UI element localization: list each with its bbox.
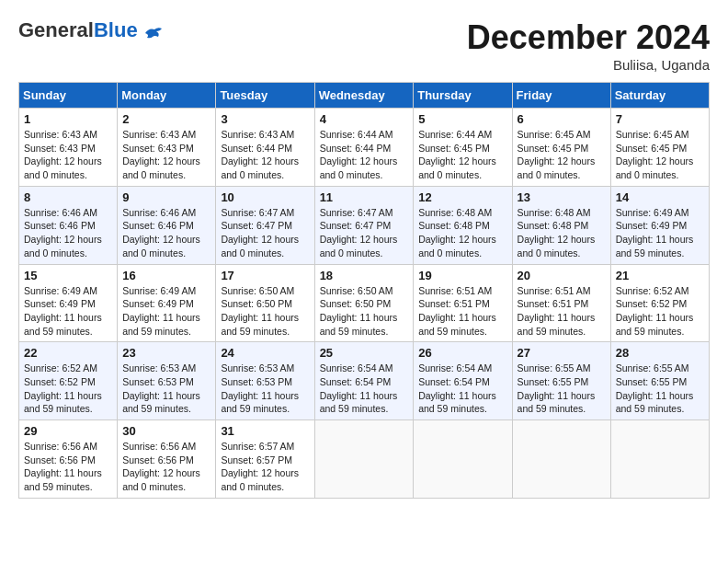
calendar-cell: 12Sunrise: 6:48 AMSunset: 6:48 PMDayligh… [414, 186, 512, 264]
day-number: 27 [518, 346, 606, 360]
day-number: 16 [122, 269, 210, 282]
day-number: 12 [418, 190, 506, 204]
day-info: Sunrise: 6:55 AMSunset: 6:55 PMDaylight:… [616, 362, 704, 416]
day-info: Sunrise: 6:44 AMSunset: 6:45 PMDaylight:… [418, 128, 506, 182]
day-number: 20 [518, 269, 606, 282]
day-number: 17 [221, 269, 309, 282]
day-number: 18 [320, 269, 409, 282]
day-info: Sunrise: 6:53 AMSunset: 6:53 PMDaylight:… [221, 362, 309, 416]
day-info: Sunrise: 6:49 AMSunset: 6:49 PMDaylight:… [122, 284, 210, 339]
day-number: 8 [24, 190, 112, 204]
day-info: Sunrise: 6:54 AMSunset: 6:54 PMDaylight:… [320, 362, 409, 416]
col-friday: Friday [512, 83, 610, 109]
day-number: 1 [24, 112, 112, 126]
calendar-cell: 19Sunrise: 6:51 AMSunset: 6:51 PMDayligh… [414, 264, 512, 342]
calendar-cell [314, 420, 414, 499]
day-number: 31 [221, 424, 309, 438]
day-number: 7 [616, 112, 704, 126]
day-number: 4 [320, 112, 409, 126]
day-info: Sunrise: 6:47 AMSunset: 6:47 PMDaylight:… [221, 206, 309, 260]
day-info: Sunrise: 6:48 AMSunset: 6:48 PMDaylight:… [518, 206, 606, 260]
day-info: Sunrise: 6:51 AMSunset: 6:51 PMDaylight:… [518, 284, 606, 339]
calendar-cell: 24Sunrise: 6:53 AMSunset: 6:53 PMDayligh… [216, 342, 314, 420]
day-number: 6 [518, 112, 606, 126]
location: Buliisa, Uganda [467, 57, 710, 73]
calendar-cell: 8Sunrise: 6:46 AMSunset: 6:46 PMDaylight… [19, 186, 118, 264]
calendar-cell: 23Sunrise: 6:53 AMSunset: 6:53 PMDayligh… [118, 342, 216, 420]
calendar-week-row: 15Sunrise: 6:49 AMSunset: 6:49 PMDayligh… [19, 264, 710, 342]
calendar-cell: 15Sunrise: 6:49 AMSunset: 6:49 PMDayligh… [19, 264, 118, 342]
calendar-cell: 25Sunrise: 6:54 AMSunset: 6:54 PMDayligh… [314, 342, 414, 420]
day-number: 2 [122, 112, 210, 126]
day-number: 22 [24, 346, 112, 360]
day-number: 28 [616, 346, 704, 360]
col-monday: Monday [118, 83, 216, 109]
page-header: GeneralBlue December 2024 Buliisa, Ugand… [18, 18, 710, 73]
day-number: 15 [24, 269, 112, 282]
logo-blue: Blue [94, 18, 138, 41]
calendar-cell: 20Sunrise: 6:51 AMSunset: 6:51 PMDayligh… [512, 264, 610, 342]
logo-bird-icon [143, 26, 164, 40]
day-number: 25 [320, 346, 409, 360]
calendar-week-row: 29Sunrise: 6:56 AMSunset: 6:56 PMDayligh… [19, 420, 710, 499]
calendar-cell: 22Sunrise: 6:52 AMSunset: 6:52 PMDayligh… [19, 342, 118, 420]
day-info: Sunrise: 6:48 AMSunset: 6:48 PMDaylight:… [418, 206, 506, 260]
calendar-cell: 2Sunrise: 6:43 AMSunset: 6:43 PMDaylight… [118, 109, 216, 187]
day-number: 29 [24, 424, 112, 438]
day-number: 26 [418, 346, 506, 360]
day-info: Sunrise: 6:55 AMSunset: 6:55 PMDaylight:… [518, 362, 606, 416]
calendar-cell: 28Sunrise: 6:55 AMSunset: 6:55 PMDayligh… [610, 342, 709, 420]
calendar-cell: 6Sunrise: 6:45 AMSunset: 6:45 PMDaylight… [512, 109, 610, 187]
day-number: 24 [221, 346, 309, 360]
day-info: Sunrise: 6:53 AMSunset: 6:53 PMDaylight:… [122, 362, 210, 416]
calendar-cell: 26Sunrise: 6:54 AMSunset: 6:54 PMDayligh… [414, 342, 512, 420]
calendar-cell: 11Sunrise: 6:47 AMSunset: 6:47 PMDayligh… [314, 186, 414, 264]
day-number: 21 [616, 269, 704, 282]
day-info: Sunrise: 6:43 AMSunset: 6:44 PMDaylight:… [221, 128, 309, 182]
calendar-cell [512, 420, 610, 499]
calendar-cell: 3Sunrise: 6:43 AMSunset: 6:44 PMDaylight… [216, 109, 314, 187]
day-info: Sunrise: 6:46 AMSunset: 6:46 PMDaylight:… [24, 206, 112, 260]
calendar-cell: 1Sunrise: 6:43 AMSunset: 6:43 PMDaylight… [19, 109, 118, 187]
day-info: Sunrise: 6:44 AMSunset: 6:44 PMDaylight:… [320, 128, 409, 182]
day-info: Sunrise: 6:51 AMSunset: 6:51 PMDaylight:… [418, 284, 506, 339]
day-info: Sunrise: 6:46 AMSunset: 6:46 PMDaylight:… [122, 206, 210, 260]
calendar-cell: 16Sunrise: 6:49 AMSunset: 6:49 PMDayligh… [118, 264, 216, 342]
day-info: Sunrise: 6:47 AMSunset: 6:47 PMDaylight:… [320, 206, 409, 260]
calendar-cell: 10Sunrise: 6:47 AMSunset: 6:47 PMDayligh… [216, 186, 314, 264]
day-info: Sunrise: 6:50 AMSunset: 6:50 PMDaylight:… [221, 284, 309, 339]
col-sunday: Sunday [19, 83, 118, 109]
calendar-week-row: 8Sunrise: 6:46 AMSunset: 6:46 PMDaylight… [19, 186, 710, 264]
calendar-table: Sunday Monday Tuesday Wednesday Thursday… [18, 82, 710, 499]
calendar-week-row: 22Sunrise: 6:52 AMSunset: 6:52 PMDayligh… [19, 342, 710, 420]
calendar-week-row: 1Sunrise: 6:43 AMSunset: 6:43 PMDaylight… [19, 109, 710, 187]
col-thursday: Thursday [414, 83, 512, 109]
col-wednesday: Wednesday [314, 83, 414, 109]
day-number: 13 [518, 190, 606, 204]
day-number: 3 [221, 112, 309, 126]
calendar-cell: 29Sunrise: 6:56 AMSunset: 6:56 PMDayligh… [19, 420, 118, 499]
day-info: Sunrise: 6:43 AMSunset: 6:43 PMDaylight:… [122, 128, 210, 182]
day-info: Sunrise: 6:52 AMSunset: 6:52 PMDaylight:… [616, 284, 704, 339]
day-info: Sunrise: 6:57 AMSunset: 6:57 PMDaylight:… [221, 440, 309, 494]
day-info: Sunrise: 6:50 AMSunset: 6:50 PMDaylight:… [320, 284, 409, 339]
logo: GeneralBlue [18, 18, 164, 42]
day-info: Sunrise: 6:49 AMSunset: 6:49 PMDaylight:… [24, 284, 112, 339]
calendar-cell: 18Sunrise: 6:50 AMSunset: 6:50 PMDayligh… [314, 264, 414, 342]
calendar-cell: 5Sunrise: 6:44 AMSunset: 6:45 PMDaylight… [414, 109, 512, 187]
title-block: December 2024 Buliisa, Uganda [467, 18, 710, 73]
col-tuesday: Tuesday [216, 83, 314, 109]
calendar-cell: 17Sunrise: 6:50 AMSunset: 6:50 PMDayligh… [216, 264, 314, 342]
col-saturday: Saturday [610, 83, 709, 109]
month-title: December 2024 [467, 18, 710, 57]
day-number: 5 [418, 112, 506, 126]
day-number: 10 [221, 190, 309, 204]
calendar-cell: 31Sunrise: 6:57 AMSunset: 6:57 PMDayligh… [216, 420, 314, 499]
calendar-cell: 14Sunrise: 6:49 AMSunset: 6:49 PMDayligh… [610, 186, 709, 264]
calendar-cell: 9Sunrise: 6:46 AMSunset: 6:46 PMDaylight… [118, 186, 216, 264]
day-info: Sunrise: 6:56 AMSunset: 6:56 PMDaylight:… [24, 440, 112, 494]
calendar-cell: 4Sunrise: 6:44 AMSunset: 6:44 PMDaylight… [314, 109, 414, 187]
day-number: 11 [320, 190, 409, 204]
day-info: Sunrise: 6:49 AMSunset: 6:49 PMDaylight:… [616, 206, 704, 260]
day-info: Sunrise: 6:52 AMSunset: 6:52 PMDaylight:… [24, 362, 112, 416]
